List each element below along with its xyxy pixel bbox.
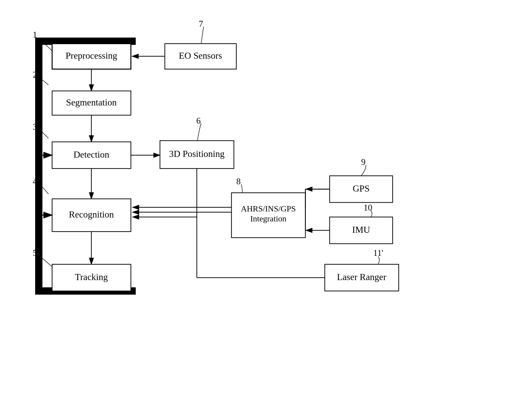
ahrs-label-2: Integration [250,214,286,223]
preprocessing-label: Preprocessing [65,50,117,61]
num-3: 3 [33,122,37,132]
segmentation-label: Segmentation [66,97,117,107]
recognition-label: Recognition [69,209,114,219]
num-7: 7 [199,19,203,29]
ahrs-label-1: AHRS/INS/GPS [241,204,296,213]
laser-ranger-label: Laser Ranger [337,272,386,282]
eo-sensors-label: EO Sensors [179,50,222,61]
positioning-label: 3D Positioning [169,149,224,159]
tracking-label: Tracking [75,272,108,282]
curve-7 [201,27,204,44]
num-2: 2 [33,70,37,80]
detection-label: Detection [73,149,109,160]
num-11: 11' [373,248,383,258]
num-1: 1 [33,30,37,40]
gps-label: GPS [353,183,370,193]
diagram-svg: Preprocessing Segmentation Detection Rec… [0,0,532,395]
diagram-container: Preprocessing Segmentation Detection Rec… [0,0,532,395]
num-4: 4 [33,177,37,186]
curve-6 [198,123,201,141]
num-6: 6 [196,116,201,126]
num-8: 8 [236,177,241,186]
num-9: 9 [361,157,365,167]
curve-8 [241,184,242,193]
imu-label: IMU [352,225,370,235]
num-5: 5 [33,248,37,258]
